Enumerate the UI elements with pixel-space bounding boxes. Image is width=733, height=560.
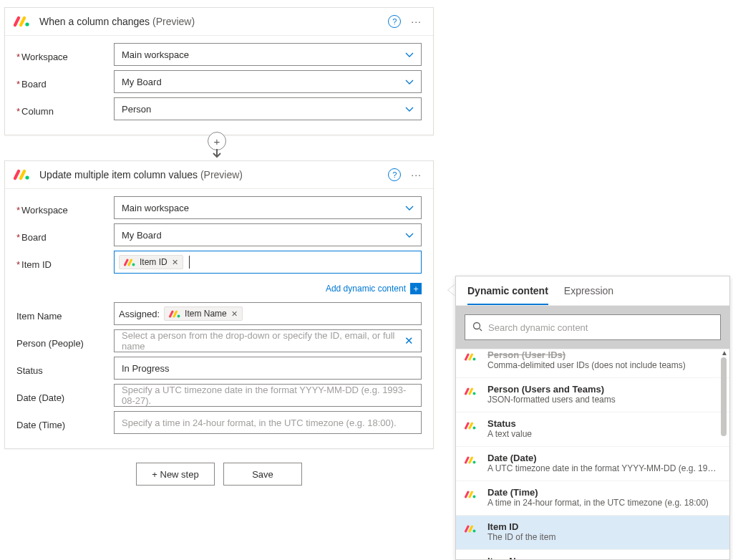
monday-icon <box>465 453 480 468</box>
action-header[interactable]: Update multiple item column values (Prev… <box>5 161 433 189</box>
tab-expression[interactable]: Expression <box>564 285 613 305</box>
dynamic-content-plus-icon[interactable]: ＋ <box>410 283 422 294</box>
monday-icon <box>14 14 32 29</box>
item-title: Person (Users and Teams) <box>487 384 721 395</box>
monday-icon <box>465 556 480 559</box>
list-item[interactable]: Item IDThe ID of the item <box>456 515 729 549</box>
item-id-label: Item ID <box>16 255 114 270</box>
monday-icon <box>14 167 32 183</box>
search-placeholder: Search dynamic content <box>488 322 588 333</box>
monday-icon <box>465 418 480 433</box>
arrow-down-icon <box>212 149 222 161</box>
item-title: Date (Time) <box>487 487 721 498</box>
more-icon[interactable]: ··· <box>408 16 424 27</box>
add-step-connector: + <box>208 132 226 161</box>
trigger-header[interactable]: When a column changes (Preview) ? ··· <box>5 8 433 36</box>
monday-icon <box>465 349 480 365</box>
trigger-title: When a column changes (Preview) <box>39 16 195 27</box>
item-description: Comma-delimited user IDs (does not inclu… <box>487 360 721 370</box>
monday-icon <box>465 487 480 502</box>
status-label: Status <box>16 361 114 376</box>
item-description: A text value <box>487 429 721 439</box>
chevron-down-icon <box>405 104 414 115</box>
item-description: A UTC timezone date in the format YYYY-M… <box>487 463 721 473</box>
footer-buttons: + New step Save <box>136 463 302 486</box>
workspace-label: Workspace <box>16 201 114 216</box>
scroll-up-icon[interactable]: ▲ <box>721 349 728 357</box>
list-item[interactable]: Date (Time)A time in 24-hour format, in … <box>456 481 729 515</box>
item-title: Item Name <box>487 556 721 559</box>
tab-dynamic-content[interactable]: Dynamic content <box>467 285 548 305</box>
item-title: Person (User IDs) <box>487 349 721 360</box>
person-input[interactable]: Select a person from the drop-down or sp… <box>114 329 422 352</box>
save-button[interactable]: Save <box>223 463 302 486</box>
svg-point-2 <box>474 322 480 329</box>
date-date-input[interactable]: Specify a UTC timezone date in the forma… <box>114 384 422 407</box>
flyout-tabs: Dynamic content Expression <box>456 276 729 306</box>
add-step-button[interactable]: + <box>208 132 226 150</box>
scrollbar-thumb[interactable] <box>721 357 727 436</box>
list-item[interactable]: Person (Users and Teams)JSON-formatted u… <box>456 377 729 412</box>
token-remove-icon[interactable]: ✕ <box>231 309 238 319</box>
search-icon <box>472 322 482 334</box>
item-description: JSON-formatted users and teams <box>487 395 721 405</box>
chevron-down-icon <box>405 49 414 60</box>
token-remove-icon[interactable]: ✕ <box>172 258 178 267</box>
board-label: Board <box>16 74 114 90</box>
search-input[interactable]: Search dynamic content <box>465 314 721 340</box>
chevron-down-icon <box>405 77 414 87</box>
item-id-token[interactable]: Item ID ✕ <box>119 255 183 269</box>
list-item[interactable]: Item NameThe name of the item <box>456 549 729 559</box>
chevron-down-icon <box>405 203 414 213</box>
list-item[interactable]: Date (Date)A UTC timezone date in the fo… <box>456 446 729 481</box>
action-card: Update multiple item column values (Prev… <box>4 160 434 449</box>
list-item[interactable]: Person (User IDs)Comma-delimited user ID… <box>456 349 729 377</box>
item-id-input[interactable]: Item ID ✕ <box>114 251 422 274</box>
item-title: Status <box>487 418 721 429</box>
dynamic-content-panel: Dynamic content Expression Search dynami… <box>455 276 730 560</box>
item-title: Item ID <box>487 521 721 532</box>
text-cursor <box>189 256 190 269</box>
item-description: A time in 24-hour format, in the UTC tim… <box>487 498 721 508</box>
workspace-select[interactable]: Main workspace <box>114 196 422 219</box>
clear-icon[interactable]: ✕ <box>404 334 414 347</box>
item-name-token[interactable]: Item Name ✕ <box>164 306 243 321</box>
date-date-label: Date (Date) <box>16 388 114 403</box>
dynamic-content-list[interactable]: Person (User IDs)Comma-delimited user ID… <box>456 349 729 559</box>
monday-icon <box>465 521 480 536</box>
chevron-down-icon <box>405 230 414 241</box>
item-name-prefix-text: Assigned: <box>119 309 160 319</box>
add-dynamic-content-link[interactable]: Add dynamic content <box>326 284 406 294</box>
person-label: Person (People) <box>16 334 114 349</box>
scrollbar[interactable]: ▲ <box>721 349 728 559</box>
flyout-caret <box>448 284 455 296</box>
item-description: The ID of the item <box>487 532 721 542</box>
board-select[interactable]: My Board <box>114 70 422 93</box>
list-item[interactable]: StatusA text value <box>456 412 729 446</box>
trigger-card: When a column changes (Preview) ? ··· Wo… <box>4 7 434 135</box>
workspace-select[interactable]: Main workspace <box>114 43 422 66</box>
column-label: Column <box>16 102 114 117</box>
monday-icon <box>465 384 480 399</box>
column-select[interactable]: Person <box>114 97 422 120</box>
date-time-label: Date (Time) <box>16 415 114 430</box>
workspace-label: Workspace <box>16 47 114 62</box>
board-label: Board <box>16 228 114 243</box>
action-title: Update multiple item column values (Prev… <box>39 169 243 180</box>
date-time-input[interactable]: Specify a time in 24-hour format, in the… <box>114 411 422 434</box>
item-title: Date (Date) <box>487 453 721 463</box>
item-name-label: Item Name <box>16 306 114 322</box>
more-icon[interactable]: ··· <box>408 169 424 180</box>
status-input[interactable]: In Progress <box>114 357 422 380</box>
board-select[interactable]: My Board <box>114 223 422 246</box>
item-name-input[interactable]: Assigned: Item Name ✕ <box>114 302 422 325</box>
help-icon[interactable]: ? <box>388 15 401 28</box>
help-icon[interactable]: ? <box>388 168 401 181</box>
new-step-button[interactable]: + New step <box>136 463 215 486</box>
